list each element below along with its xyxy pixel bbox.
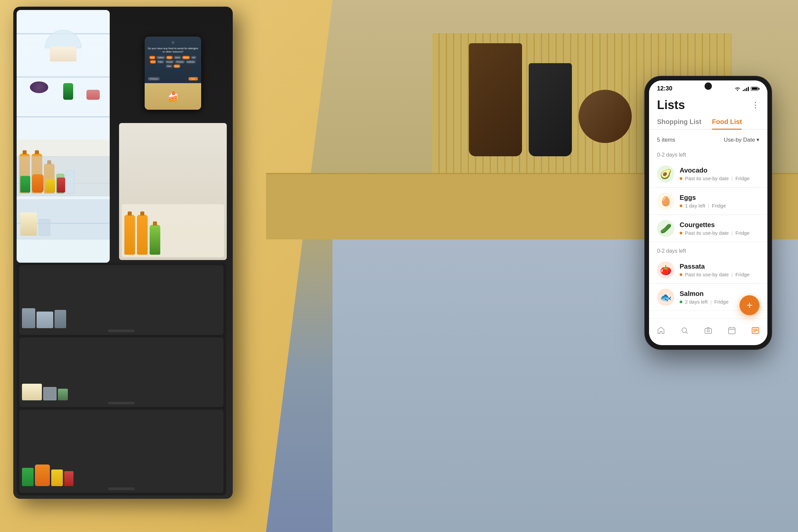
nav-calendar[interactable] bbox=[727, 326, 737, 335]
passata-meta: Past its use-by date | Fridge bbox=[680, 272, 759, 277]
tab-shopping-list[interactable]: Shopping List bbox=[657, 115, 701, 129]
allergy-pill-caffeine[interactable]: Caffeine bbox=[156, 56, 165, 59]
svg-point-3 bbox=[707, 329, 709, 332]
frozen-veg-3 bbox=[51, 470, 63, 486]
avocado-meta: Past its use-by date | Fridge bbox=[680, 175, 759, 181]
passata-location: Fridge bbox=[736, 272, 750, 277]
courgettes-info: Courgettes Past its use-by date | Fridge bbox=[680, 221, 759, 236]
allergy-pill-fish[interactable]: Fish bbox=[191, 56, 196, 59]
drawer-food-1 bbox=[17, 157, 109, 196]
svg-rect-4 bbox=[728, 328, 735, 334]
fridge-left-door bbox=[17, 10, 110, 263]
right-bottle-2 bbox=[137, 215, 148, 255]
refrigerator: ⊙ Do you have any food to avoid for alle… bbox=[13, 7, 246, 506]
drawer-handle-3 bbox=[108, 488, 135, 490]
food-item-passata[interactable]: 🍅 Passata Past its use-by date | Fridge bbox=[649, 257, 767, 284]
red-veg bbox=[57, 177, 65, 192]
separator-5: | bbox=[710, 299, 711, 305]
allergy-pill-gluten[interactable]: Gluten bbox=[174, 56, 181, 59]
allergy-pill-wheat[interactable]: Wheat bbox=[182, 56, 190, 59]
section-1-label: 0-2 days left bbox=[649, 149, 767, 160]
nav-list[interactable] bbox=[751, 326, 760, 335]
courgettes-status-dot bbox=[680, 232, 682, 234]
freezer-contents-3 bbox=[22, 412, 221, 487]
allergy-pill-dairy[interactable]: Dairy bbox=[166, 56, 173, 59]
tab-food-list[interactable]: Food List bbox=[712, 115, 742, 129]
allergy-pill-other[interactable]: Other bbox=[166, 64, 173, 68]
frozen-veg-1 bbox=[22, 468, 34, 486]
fridge-allergy-question: Do you have any food to avoid for allerg… bbox=[147, 47, 198, 54]
right-bottle-shelf bbox=[122, 204, 224, 258]
food-section-1: 0-2 days left 🥑 Avocado Past its use-by … bbox=[649, 149, 767, 242]
shelf-3 bbox=[17, 116, 110, 117]
tab-bar: Shopping List Food List bbox=[649, 115, 767, 130]
freezer-drawer-3[interactable] bbox=[19, 410, 224, 493]
app-title: Lists bbox=[657, 98, 685, 112]
salmon-icon: 🐟 bbox=[657, 289, 674, 306]
sort-label: Use-by Date bbox=[724, 137, 755, 143]
frozen-veg-2 bbox=[35, 464, 50, 486]
nav-home[interactable] bbox=[657, 326, 666, 335]
allergy-pill-sulphates[interactable]: Sulphates bbox=[186, 60, 196, 63]
allergy-pill-none[interactable]: None bbox=[174, 64, 180, 68]
food-item-eggs[interactable]: 🥚 Eggs 1 day left | Fridge bbox=[649, 188, 767, 215]
allergy-pill-tomatoes[interactable]: Tomatoes bbox=[175, 60, 185, 63]
fridge-right-interior bbox=[119, 123, 227, 260]
svg-rect-2 bbox=[705, 328, 711, 334]
food-item-courgettes[interactable]: 🥒 Courgettes Past its use-by date | Frid… bbox=[649, 215, 767, 242]
status-icons bbox=[734, 87, 759, 91]
drawer-handle-1 bbox=[108, 329, 135, 332]
frozen-item-5 bbox=[43, 387, 57, 400]
fridge-previous-btn[interactable]: Previous bbox=[148, 77, 159, 80]
status-time: 12:30 bbox=[657, 85, 672, 92]
frozen-item-1 bbox=[22, 308, 35, 328]
courgette-icon: 🥒 bbox=[657, 220, 674, 237]
bottom-navigation bbox=[649, 319, 767, 345]
grapes bbox=[30, 81, 48, 93]
separator-4: | bbox=[732, 272, 733, 277]
item-count-bar: 5 items Use-by Date ▾ bbox=[649, 134, 767, 146]
eggs-name: Eggs bbox=[680, 194, 759, 202]
eggs-info: Eggs 1 day left | Fridge bbox=[680, 194, 759, 208]
nav-camera[interactable] bbox=[704, 326, 713, 335]
courgettes-status: Past its use-by date bbox=[685, 230, 729, 236]
search-icon bbox=[680, 326, 689, 335]
freezer-drawer-1[interactable] bbox=[19, 265, 224, 335]
allergy-pill-fruit[interactable]: Fruit bbox=[150, 60, 156, 63]
cutting-boards bbox=[469, 43, 632, 156]
veg-2 bbox=[32, 174, 43, 192]
cutting-board-black bbox=[529, 63, 572, 156]
food-item-avocado[interactable]: 🥑 Avocado Past its use-by date | Fridge bbox=[649, 160, 767, 188]
camera-icon bbox=[704, 326, 713, 335]
courgettes-name: Courgettes bbox=[680, 221, 759, 229]
allergy-pill-pollen[interactable]: Pollen bbox=[157, 60, 164, 63]
courgettes-meta: Past its use-by date | Fridge bbox=[680, 230, 759, 236]
passata-name: Passata bbox=[680, 263, 759, 270]
app-header: Lists ⋮ bbox=[649, 95, 767, 115]
nav-search[interactable] bbox=[680, 326, 689, 335]
add-food-button[interactable]: + bbox=[740, 295, 759, 315]
freezer-drawer-2[interactable] bbox=[19, 338, 224, 407]
more-options-button[interactable]: ⋮ bbox=[752, 100, 759, 110]
phone-wrapper: 12:30 bbox=[645, 76, 772, 509]
wifi-icon bbox=[734, 87, 741, 91]
salmon-status: 2 days left bbox=[685, 299, 707, 305]
veg-1 bbox=[20, 176, 30, 192]
fridge-interior bbox=[17, 10, 110, 263]
frozen-item-3 bbox=[55, 310, 66, 328]
separator-3: | bbox=[732, 230, 733, 236]
fridge-screen-content: ⊙ Do you have any food to avoid for alle… bbox=[145, 37, 201, 110]
frozen-item-6 bbox=[58, 389, 68, 400]
allergy-pill-sesame[interactable]: Sesame bbox=[165, 60, 174, 63]
right-bottle-3 bbox=[150, 225, 160, 255]
right-bottle-1 bbox=[125, 215, 135, 255]
eggs-meta: 1 day left | Fridge bbox=[680, 203, 759, 208]
fridge-display-screen[interactable]: ⊙ Do you have any food to avoid for alle… bbox=[145, 37, 201, 110]
sort-button[interactable]: Use-by Date ▾ bbox=[724, 136, 759, 143]
allergy-pill-nuts[interactable]: Nuts bbox=[149, 56, 155, 59]
avocado-location: Fridge bbox=[736, 175, 750, 181]
green-jar bbox=[63, 83, 73, 100]
fridge-freezer bbox=[17, 263, 226, 495]
shelf-2 bbox=[17, 76, 110, 77]
fridge-next-btn[interactable]: Next bbox=[189, 77, 198, 80]
